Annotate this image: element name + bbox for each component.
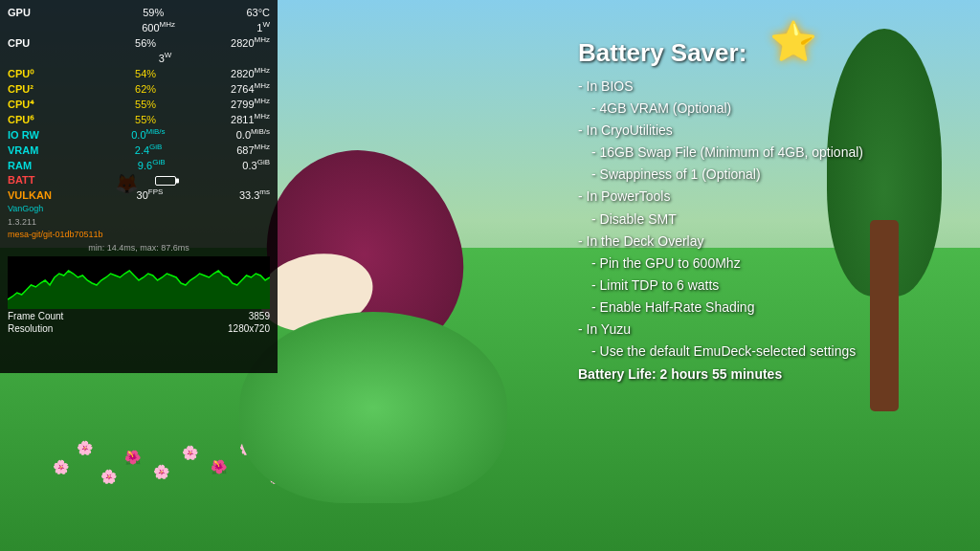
vulkan-row: VULKAN 30FPS 33.3ms	[8, 187, 270, 202]
ram-label: RAM	[8, 159, 60, 172]
commit-info: mesa-git/git-01db70511b	[8, 229, 270, 241]
cpu4-usage: 55%	[135, 98, 156, 111]
cpu2-freq: 2764MHz	[231, 81, 270, 96]
timing-info: min: 14.4ms, max: 87.6ms	[8, 243, 270, 253]
battery-saver-item: - Disable SMT	[578, 209, 961, 231]
gpu-freq: 600MHz	[142, 20, 175, 34]
battery-saver-item: - In BIOS	[578, 76, 961, 98]
gpu-freq-row: 600MHz 1W	[8, 20, 270, 34]
gpu-power: 1W	[256, 20, 270, 34]
io-label: IO RW	[8, 128, 60, 142]
gpu-temp: 63°C	[246, 6, 270, 19]
cpu4-label: CPU⁴	[8, 98, 60, 111]
cpu6-freq: 2811MHz	[231, 112, 270, 126]
battery-saver-item: - In Yuzu	[578, 319, 961, 341]
cpu-freq: 2820MHz	[231, 35, 270, 50]
flower-decoration: 🌸	[77, 440, 93, 455]
battery-saver-item: - Swappiness of 1 (Optional)	[578, 164, 961, 186]
battery-saver-list: - In BIOS- 4GB VRAM (Optional)- In CryoU…	[578, 76, 961, 363]
frame-count-label: Frame Count	[8, 311, 63, 321]
character-green-body	[239, 312, 507, 503]
frame-info: Frame Count 3859	[8, 311, 270, 321]
battery-saver-item: - 4GB VRAM (Optional)	[578, 98, 961, 120]
ram-swap: 0.3GiB	[242, 158, 270, 172]
cpu-usage: 56%	[135, 36, 156, 50]
vulkan-frametime: 33.3ms	[239, 187, 270, 202]
frame-count-val: 3859	[249, 311, 270, 321]
performance-overlay: GPU 59% 63°C 600MHz 1W CPU 56% 2820MHz 3…	[0, 0, 278, 373]
cpu0-label: CPU⁰	[8, 67, 60, 80]
flower-decoration: 🌺	[124, 450, 141, 465]
vulkan-label: VULKAN	[8, 188, 60, 202]
performance-graph	[8, 256, 270, 309]
cpu-power: 3W	[159, 51, 172, 65]
battery-saver-item: - In CryoUtilities	[578, 120, 961, 142]
batt-row: BATT	[8, 173, 270, 187]
cpu0-freq: 2820MHz	[231, 66, 270, 80]
vram-freq: 687MHz	[236, 143, 270, 157]
batt-label: BATT	[8, 173, 60, 187]
version-info: 1.3.211	[8, 216, 270, 229]
cpu6-label: CPU⁶	[8, 113, 60, 126]
battery-saver-item: - Enable Half-Rate Shading	[578, 297, 961, 319]
cpu-label: CPU	[8, 36, 60, 50]
battery-saver-panel: Battery Saver: - In BIOS- 4GB VRAM (Opti…	[568, 29, 970, 391]
vram-row: VRAM 2.4GiB 687MHz	[8, 143, 270, 157]
battery-saver-item: - In PowerTools	[578, 186, 961, 208]
battery-saver-item: - In the Deck Overlay	[578, 231, 961, 253]
cpu6-row: CPU⁶ 55% 2811MHz	[8, 112, 270, 126]
vangogh-info: VanGogh	[8, 203, 270, 215]
vram-usage: 2.4GiB	[135, 143, 163, 157]
batt-icon	[155, 173, 176, 187]
battery-saver-title: Battery Saver:	[578, 38, 961, 68]
battery-saver-item: - Pin the GPU to 600Mhz	[578, 253, 961, 275]
vram-label: VRAM	[8, 143, 60, 157]
flower-decoration: 🌸	[153, 464, 169, 479]
flower-decoration: 🌸	[53, 459, 69, 474]
resolution-label: Resolution	[8, 323, 53, 334]
gpu-usage: 59%	[143, 6, 164, 19]
io-read: 0.0MiB/s	[131, 127, 165, 142]
battery-life-footer: Battery Life: 2 hours 55 minutes	[578, 366, 961, 382]
cpu-row: CPU 56% 2820MHz	[8, 35, 270, 50]
vulkan-fps: 30FPS	[137, 187, 164, 202]
io-row: IO RW 0.0MiB/s 0.0MiB/s	[8, 127, 270, 142]
cpu0-usage: 54%	[135, 67, 156, 80]
io-write: 0.0MiB/s	[236, 127, 270, 142]
cpu4-freq: 2799MHz	[231, 97, 270, 111]
battery-saver-item: - Use the default EmuDeck-selected setti…	[578, 341, 961, 363]
cpu4-row: CPU⁴ 55% 2799MHz	[8, 97, 270, 111]
resolution-info: Resolution 1280x720	[8, 323, 270, 334]
cpu2-usage: 62%	[135, 82, 156, 96]
flower-decoration: 🌸	[100, 469, 117, 484]
gpu-label: GPU	[8, 6, 60, 19]
cpu2-label: CPU²	[8, 82, 60, 96]
ram-row: RAM 9.6GiB 0.3GiB	[8, 158, 270, 172]
cpu-power-row: 3W	[8, 51, 270, 65]
cpu6-usage: 55%	[135, 113, 156, 126]
character-body	[239, 216, 526, 503]
battery-saver-item: - 16GB Swap File (Minimum of 4GB, option…	[578, 142, 961, 164]
resolution-val: 1280x720	[228, 323, 270, 334]
ram-usage: 9.6GiB	[138, 158, 166, 172]
cpu0-row: CPU⁰ 54% 2820MHz	[8, 66, 270, 80]
battery-saver-item: - Limit TDP to 6 watts	[578, 275, 961, 297]
cpu2-row: CPU² 62% 2764MHz	[8, 81, 270, 96]
gpu-row: GPU 59% 63°C	[8, 6, 270, 19]
